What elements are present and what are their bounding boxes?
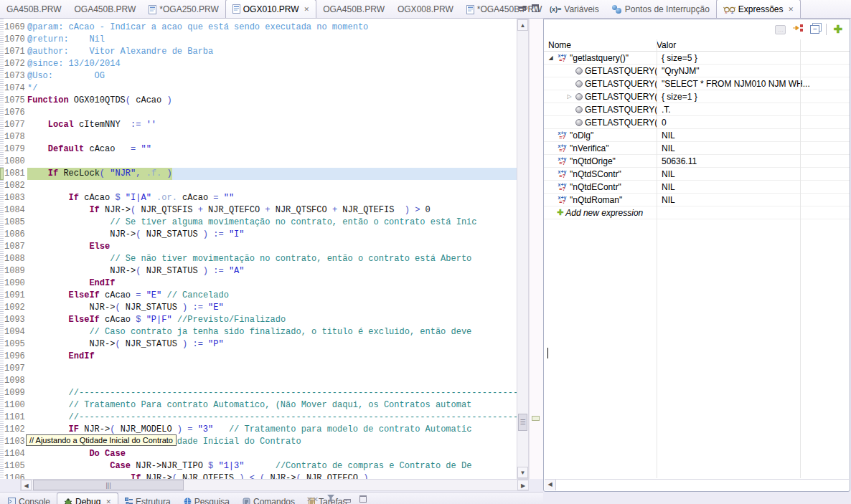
code-line[interactable]: 1092 NJR->( NJR_STATUS ) := "E"	[4, 302, 517, 314]
code-line[interactable]: 1105 Case NJR->NJR_TIPO $ "1|3" //Contra…	[4, 460, 517, 472]
code-line[interactable]: 1087 Else	[4, 241, 517, 253]
code-line[interactable]: 1101 //---------------------------------…	[4, 412, 517, 424]
add-expression-icon[interactable]: ✚	[833, 24, 842, 34]
editor-vertical-scrollbar[interactable]: ▲ ☰ ▼	[517, 19, 529, 479]
code-token: .f.	[146, 168, 162, 179]
code-line[interactable]: 1100 // Tratamento Para contrato Automat…	[4, 399, 517, 412]
expression-row[interactable]: ▷GETLASTQUERY({ size=1 }	[544, 90, 850, 103]
expression-row[interactable]: GETLASTQUERY(.T.	[544, 103, 850, 116]
code-lines[interactable]: 1069@param: cAcao - Indicar a acao que e…	[4, 19, 517, 479]
view-tab-expresses[interactable]: x2Expressões✕	[716, 0, 801, 18]
code-line[interactable]: 1097	[4, 363, 517, 375]
code-line[interactable]: 1070@return: Nil	[4, 34, 517, 46]
expression-row[interactable]: x+y=?"nQtdOrige"50636.11	[544, 155, 850, 168]
panel-horizontal-scrollbar[interactable]: ◀	[545, 479, 849, 490]
bottom-tab-console[interactable]: Console	[1, 493, 57, 504]
code-line[interactable]: 1078	[4, 131, 517, 143]
code-line[interactable]: 1094 // Caso contrato ja tenha sido fina…	[4, 326, 517, 338]
code-line[interactable]: 1088 // Se não tiver movimentação no con…	[4, 253, 517, 265]
scroll-down-icon[interactable]: ▼	[517, 467, 528, 478]
code-line[interactable]: 1082	[4, 180, 517, 192]
code-line[interactable]: 1091 ElseIf cAcao = "E" // Cancelado	[4, 290, 517, 302]
code-line[interactable]: 1081 If RecLock( "NJR", .f. )	[4, 168, 517, 180]
scroll-left-icon[interactable]: ◀	[21, 480, 32, 490]
expression-row[interactable]: x+y=?"nQtdSContr"NIL	[544, 168, 850, 181]
collapsed-expander-icon[interactable]: ▷	[565, 93, 573, 100]
code-line[interactable]: 1084 If NJR->( NJR_QTSFIS + NJR_QTEFCO +…	[4, 204, 517, 217]
column-header-nome[interactable]: Nome	[544, 40, 657, 50]
view-tab-variveis[interactable]: (x)=Variáveis	[543, 1, 606, 18]
code-line[interactable]: 1073@Uso: OG	[4, 70, 517, 82]
editor-tab-oga450bprw[interactable]: OGA450B.PRW	[316, 1, 391, 18]
collapse-all-icon[interactable]: −	[810, 25, 819, 34]
expression-row[interactable]: ◢x+y=?"getlastquery()"{ size=5 }	[544, 52, 850, 65]
expression-row[interactable]: GETLASTQUERY("QryNJM"	[544, 65, 850, 77]
code-token: NJR->NJR_TIPO	[131, 461, 208, 471]
code-line[interactable]: 1083 If cAcao $ "I|A" .or. cAcao = ""	[4, 192, 517, 204]
code-line[interactable]: 1074*/	[4, 82, 517, 95]
code-line[interactable]: 1085 // Se tiver alguma movimentação no …	[4, 217, 517, 229]
commands-icon	[243, 498, 250, 504]
expression-row[interactable]: GETLASTQUERY(0	[544, 116, 850, 129]
bottom-tab-debug[interactable]: Debug✕	[57, 493, 118, 504]
code-line[interactable]: 1069@param: cAcao - Indicar a acao que e…	[4, 22, 517, 34]
scroll-up-icon[interactable]: ▲	[517, 19, 528, 31]
bottom-tab-estrutura[interactable]: Estrutura	[118, 493, 177, 504]
column-divider[interactable]	[800, 39, 801, 478]
editor-tab-ogx008prw[interactable]: OGX008.PRW	[391, 1, 460, 18]
code-line[interactable]: 1080	[4, 156, 517, 168]
editor-tab-oga250prw[interactable]: *OGA250.PRW	[142, 1, 225, 18]
scroll-left-icon[interactable]: ◀	[545, 480, 556, 490]
view-tab-pontosdeinterrupo[interactable]: Pontos de Interrupção	[606, 1, 716, 18]
code-line[interactable]: 1095 NJR->( NJR_STATUS ) := "P"	[4, 338, 517, 351]
close-icon[interactable]: ✕	[789, 6, 794, 13]
column-header-valor[interactable]: Valor	[657, 40, 676, 50]
vertical-scroll-thumb[interactable]: ☰	[518, 414, 527, 431]
bottom-tab-comandos[interactable]: Comandos	[236, 493, 301, 504]
code-line[interactable]: 1089 NJR->( NJR_STATUS ) := "A"	[4, 265, 517, 277]
expanded-expander-icon[interactable]: ◢	[547, 54, 555, 61]
filter-icon[interactable]	[327, 495, 335, 503]
expression-row[interactable]: GETLASTQUERY("SELECT * FROM NJM010 NJM W…	[544, 77, 850, 90]
code-line[interactable]: 1071@author: Vitor Alexandre de Barba	[4, 46, 517, 58]
code-line[interactable]: 1093 ElseIf cAcao $ "P|F" //Previsto/Fin…	[4, 314, 517, 326]
line-number: 1077	[4, 119, 27, 131]
expression-row[interactable]: ✚Add new expression	[544, 206, 850, 219]
editor-tab-ga450bprw[interactable]: GA450B.PRW	[0, 1, 67, 18]
overview-marker[interactable]	[532, 416, 540, 421]
code-line[interactable]: 1090 EndIf	[4, 277, 517, 290]
code-line[interactable]: 1104 Do Case	[4, 448, 517, 460]
remove-all-icon[interactable]: ✕✕	[306, 495, 319, 503]
code-line[interactable]: 1096 EndIf	[4, 351, 517, 363]
code-line[interactable]: 1077 Local cItemNNY := ''	[4, 119, 517, 131]
code-line[interactable]: 1075Function OGX010QTDS( cAcao )	[4, 95, 517, 107]
bottom-tab-pesquisa[interactable]: Pesquisa	[177, 493, 236, 504]
code-line[interactable]: 1079 Default cAcao = ""	[4, 143, 517, 156]
code-line[interactable]: 1106 If NJR->( NJR_QTEFIS ) < ( NJR->( N…	[4, 472, 517, 479]
editor-horizontal-scrollbar[interactable]: ◀ ||| ▶	[20, 479, 529, 491]
code-line[interactable]: 1099 //---------------------------------…	[4, 387, 517, 399]
minimize-icon[interactable]	[344, 499, 351, 503]
horizontal-scroll-thumb[interactable]: |||	[33, 480, 184, 490]
expression-row[interactable]: x+y=?"nQtdEContr"NIL	[544, 181, 850, 194]
code-line[interactable]: 1086 NJR->( NJR_STATUS ) := "I"	[4, 229, 517, 241]
minimize-icon[interactable]	[519, 6, 526, 11]
maximize-icon[interactable]	[532, 4, 539, 12]
add-watch-icon[interactable]	[792, 23, 804, 36]
code-line[interactable]: 1098	[4, 375, 517, 387]
editor-tab-ogx010prw[interactable]: OGX010.PRW✕	[225, 0, 316, 18]
expression-row[interactable]: x+y=?"oDlg"NIL	[544, 129, 850, 142]
close-icon[interactable]: ✕	[304, 6, 310, 13]
close-icon[interactable]: ✕	[105, 498, 111, 504]
maximize-icon[interactable]	[359, 495, 367, 503]
editor-tab-oga450bprw[interactable]: OGA450B.PRW	[67, 1, 142, 18]
show-type-names-icon[interactable]: …	[775, 25, 786, 34]
scroll-right-icon[interactable]: ▶	[517, 480, 528, 490]
code-token	[172, 315, 177, 325]
code-text: Default cAcao = ""	[27, 143, 517, 156]
code-line[interactable]: 1072@since: 13/10/2014	[4, 58, 517, 70]
expression-row[interactable]: x+y=?"nVerifica"NIL	[544, 142, 850, 155]
code-line[interactable]: 1076	[4, 107, 517, 119]
column-divider[interactable]	[657, 39, 657, 478]
expression-row[interactable]: x+y=?"nQtdRoman"NIL	[544, 194, 850, 206]
